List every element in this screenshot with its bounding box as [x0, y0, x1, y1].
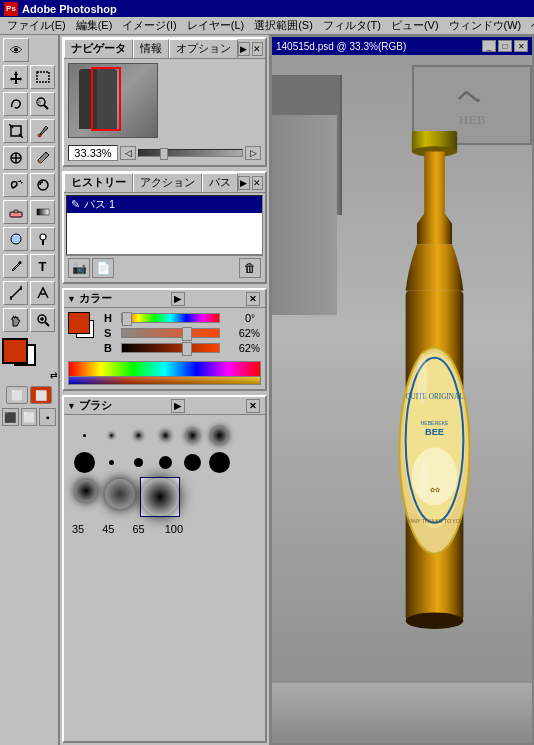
magic-wand-tool[interactable]: [30, 92, 55, 116]
zoom-in-btn[interactable]: ▷: [245, 146, 261, 160]
svg-line-23: [45, 322, 49, 326]
crop-tool[interactable]: [3, 119, 28, 143]
measure-tool[interactable]: [3, 281, 28, 305]
history-new-doc-btn[interactable]: 📄: [92, 258, 114, 278]
zoom-tool[interactable]: [30, 308, 55, 332]
brush-item[interactable]: [180, 423, 204, 447]
brush-item[interactable]: [180, 450, 204, 474]
bright-value: 62: [223, 342, 251, 354]
menu-image[interactable]: イメージ(I): [117, 17, 181, 34]
image-window: 140515d.psd @ 33.3%(RGB) _ □ ✕: [272, 37, 532, 743]
tab-options[interactable]: オプション: [169, 39, 238, 58]
tool-row-measure: [2, 280, 56, 306]
brush-expand-btn[interactable]: ▶: [171, 399, 185, 413]
marquee-rect-tool[interactable]: [30, 65, 55, 89]
toolbox: 👁: [0, 35, 60, 745]
full-screen-btn[interactable]: ⬜: [21, 408, 38, 426]
brush-item[interactable]: [72, 477, 100, 505]
brush-tool[interactable]: [30, 146, 55, 170]
brush-item[interactable]: [126, 423, 150, 447]
brush-panel-header: ▼ ブラシ ▶ ✕: [64, 397, 265, 415]
zoom-input[interactable]: [68, 145, 118, 161]
path-select-tool[interactable]: [30, 281, 55, 305]
hue-thumb[interactable]: [122, 312, 132, 326]
history-expand-btn[interactable]: ▶: [238, 176, 250, 190]
clone-tool[interactable]: [3, 173, 28, 197]
tool-row-move: [2, 64, 56, 90]
bright-label: B: [104, 342, 118, 354]
eraser-tool[interactable]: [3, 200, 28, 224]
history-delete-btn[interactable]: 🗑: [239, 258, 261, 278]
sat-unit: %: [251, 328, 261, 339]
tab-info[interactable]: 情報: [133, 39, 169, 58]
swap-colors-icon[interactable]: ⇄: [50, 370, 58, 380]
color-fg-small[interactable]: [68, 312, 90, 334]
sat-value: 62: [223, 327, 251, 339]
menu-select[interactable]: 選択範囲(S): [249, 17, 318, 34]
color-panel: ▼ カラー ▶ ✕ H: [62, 288, 267, 391]
history-close-btn[interactable]: ✕: [252, 176, 264, 190]
menu-layer[interactable]: レイヤー(L): [182, 17, 249, 34]
hand-tool[interactable]: [3, 308, 28, 332]
fg-color-swatch[interactable]: [2, 338, 28, 364]
pen-tool[interactable]: [3, 254, 28, 278]
brush-item[interactable]: [126, 450, 150, 474]
brush-item[interactable]: [207, 423, 231, 447]
tab-actions[interactable]: アクション: [133, 173, 202, 192]
tab-navigator[interactable]: ナビゲータ: [64, 39, 133, 58]
history-brush-tool[interactable]: [30, 173, 55, 197]
menu-edit[interactable]: 編集(E): [71, 17, 118, 34]
lasso-tool[interactable]: [3, 92, 28, 116]
image-minimize-btn[interactable]: _: [482, 40, 496, 52]
history-list: ✎ パス 1: [66, 195, 263, 255]
eyedropper-tool[interactable]: [30, 119, 55, 143]
color-swatches[interactable]: ⇄: [2, 338, 58, 380]
tool-row-lasso: [2, 91, 56, 117]
brush-item[interactable]: [99, 450, 123, 474]
menu-bar: ファイル(E) 編集(E) イメージ(I) レイヤー(L) 選択範囲(S) フィ…: [0, 17, 534, 35]
bright-thumb[interactable]: [182, 342, 192, 356]
brush-item[interactable]: [72, 450, 96, 474]
history-item-0[interactable]: ✎ パス 1: [67, 196, 262, 213]
navigator-close-btn[interactable]: ✕: [252, 42, 264, 56]
menu-help[interactable]: ヘ: [526, 17, 534, 34]
brush-item-selected[interactable]: [140, 477, 180, 517]
color-expand-btn[interactable]: ▶: [171, 292, 185, 306]
image-close-btn[interactable]: ✕: [514, 40, 528, 52]
sat-thumb[interactable]: [182, 327, 192, 341]
menu-filter[interactable]: フィルタ(T): [318, 17, 386, 34]
tab-history[interactable]: ヒストリー: [64, 173, 133, 192]
image-maximize-btn[interactable]: □: [498, 40, 512, 52]
brush-close-btn[interactable]: ✕: [246, 399, 260, 413]
zoom-out-btn[interactable]: ◁: [120, 146, 136, 160]
type-tool[interactable]: T: [30, 254, 55, 278]
menu-view[interactable]: ビュー(V): [386, 17, 444, 34]
brush-item[interactable]: [72, 423, 96, 447]
eye-tool[interactable]: 👁: [3, 38, 29, 62]
standard-mode-btn[interactable]: ⬜: [6, 386, 28, 404]
brush-item[interactable]: [153, 423, 177, 447]
dodge-tool[interactable]: [30, 227, 55, 251]
quick-mask-btn[interactable]: ⬜: [30, 386, 52, 404]
gradient-tool[interactable]: [30, 200, 55, 224]
image-window-controls: _ □ ✕: [482, 40, 528, 52]
color-spectrum-bar[interactable]: [68, 361, 261, 377]
history-snap-btn[interactable]: 📷: [68, 258, 90, 278]
brush-item[interactable]: [103, 477, 137, 511]
menu-file[interactable]: ファイル(E): [2, 17, 71, 34]
move-tool[interactable]: [3, 65, 28, 89]
tab-paths[interactable]: パス: [202, 173, 238, 192]
zoom-slider[interactable]: [138, 149, 243, 157]
full-screen-menu-btn[interactable]: ▪: [39, 408, 56, 426]
heal-tool[interactable]: [3, 146, 28, 170]
brush-item[interactable]: [99, 423, 123, 447]
screen-mode-btn[interactable]: ⬛: [2, 408, 19, 426]
blur-tool[interactable]: [3, 227, 28, 251]
tool-row-hand: [2, 307, 56, 333]
menu-window[interactable]: ウィンドウ(W): [444, 17, 527, 34]
brush-item[interactable]: [207, 450, 231, 474]
brush-item[interactable]: [153, 450, 177, 474]
color-spectrum-container: [68, 361, 261, 385]
color-close-btn[interactable]: ✕: [246, 292, 260, 306]
navigator-expand-btn[interactable]: ▶: [238, 42, 250, 56]
